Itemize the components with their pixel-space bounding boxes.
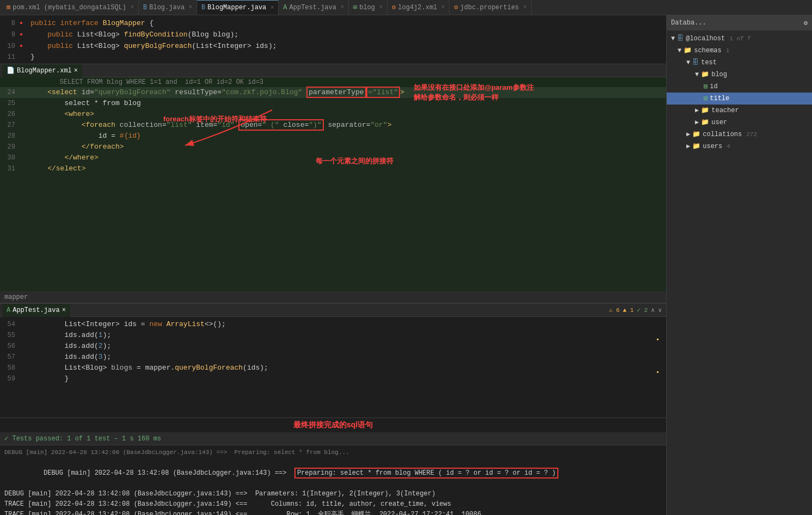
xml-file-tab[interactable]: 📄 BlogMapper.xml × [2, 64, 82, 77]
tab-jdbc[interactable]: ⚙ jdbc.properties × [450, 0, 531, 15]
breadcrumb-text: mapper [4, 293, 28, 301]
java-line-58: 58 List<Blog> blogs = mapper.queryBolgFo… [0, 363, 666, 373]
blog-db-icon: ⊞ [353, 3, 357, 11]
tree-item-users[interactable]: ▶ 📁 users 4 [667, 140, 812, 152]
truncated-line: SELECT FROM blog WHERE 1=1 and id=1 OR i… [0, 77, 666, 87]
tab-jdbc-close[interactable]: × [524, 4, 527, 10]
warning-badge2: ▲ 1 [623, 307, 634, 314]
warning-badge: ⚠ 6 [609, 306, 620, 314]
collapse-icon-test: ▼ [686, 58, 690, 68]
console-content: DEBUG [main] 2022-04-28 13:42:08 (BaseJd… [0, 445, 666, 515]
console-line-2: DEBUG [main] 2022-04-28 13:42:08 (BaseJd… [4, 489, 662, 499]
tree-item-blog[interactable]: ▼ 📁 blog [667, 69, 812, 81]
tab-pom-label: pom.xml (mybatis_dongatalSQL) [13, 4, 126, 11]
tab-blog-db-close[interactable]: × [379, 4, 383, 10]
code-line-30: 30 </where> [0, 152, 666, 163]
collapse-icon-blog: ▼ [695, 70, 699, 79]
collapse-icon-collations: ▶ [686, 130, 690, 139]
tab-blogmapper-java[interactable]: B BlogMapper.java × [197, 0, 279, 15]
tree-item-blog-id[interactable]: ▤ id [667, 81, 812, 93]
tab-apptest-java-label: AppTest.java [290, 4, 336, 11]
blog-label: blog [711, 70, 727, 79]
collapse-icon: ▼ [671, 34, 675, 44]
tab-apptest-java[interactable]: A AppTest.java × [279, 0, 349, 15]
test-icon: 🗄 [692, 58, 699, 68]
java-file-tab[interactable]: A AppTest.java × [2, 304, 70, 317]
title-icon: ▤ [704, 94, 708, 103]
tab-blog-db[interactable]: ⊞ blog × [349, 0, 387, 15]
db-icon: 🗄 [677, 34, 684, 44]
tree-item-test[interactable]: ▼ 🗄 test [667, 57, 812, 69]
right-panel-header: Databa... ⚙ [667, 15, 812, 30]
user-label: user [711, 118, 727, 127]
java-tab-bar: A AppTest.java × ⚠ 6 ▲ 1 ✓ 2 ∧ ∨ [0, 304, 666, 317]
java-line-57: 57 ids.add(3); [0, 352, 666, 363]
tree-item-blog-title[interactable]: ▤ title [667, 93, 812, 105]
jdbc-icon: ⚙ [454, 3, 458, 11]
ok-badge: ✓ 2 [637, 306, 648, 314]
right-panel: Databa... ⚙ ▼ 🗄 @localhost 1 of f ▼ 📁 sc… [666, 15, 812, 515]
java-file-tab-label: AppTest.java [13, 306, 59, 314]
console-header: ✓ Tests passed: 1 of 1 test – 1 s 160 ms [0, 432, 666, 445]
java-section: A AppTest.java × ⚠ 6 ▲ 1 ✓ 2 ∧ ∨ 54 [0, 304, 666, 418]
collapse-icon-schemas: ▼ [678, 46, 681, 56]
console-line-scroll: DEBUG [main] 2022-04-28 13:42:08 (BaseJd… [4, 447, 662, 458]
tree-item-schemas[interactable]: ▼ 📁 schemas 1 [667, 45, 812, 57]
scroll-indicator [657, 339, 659, 340]
tab-bar: m pom.xml (mybatis_dongatalSQL) × B Blog… [0, 0, 812, 15]
code-line-31: 31 </select> [0, 163, 666, 174]
java-line-56: 56 ids.add(2); [0, 341, 666, 352]
tab-apptest-java-close[interactable]: × [341, 4, 344, 10]
xml-file-tab-bar: 📄 BlogMapper.xml × [0, 64, 666, 77]
code-line-29: 29 </foreach> [0, 142, 666, 152]
xml-code-area: SELECT FROM blog WHERE 1=1 and id=1 OR i… [0, 77, 666, 291]
tab-blogmapper-java-close[interactable]: × [270, 5, 274, 11]
java-file-tab-close[interactable]: × [62, 306, 66, 314]
tab-pom[interactable]: m pom.xml (mybatis_dongatalSQL) × [2, 0, 139, 15]
localhost-label: @localhost [686, 34, 725, 44]
xml-file-tab-close[interactable]: × [74, 67, 78, 75]
code-line-27: 27 <foreach collection="list" item="id" … [0, 120, 666, 131]
tab-blog-java[interactable]: B Blog.java × [139, 0, 197, 15]
tree-item-localhost[interactable]: ▼ 🗄 @localhost 1 of f [667, 33, 812, 45]
tab-blogmapper-java-label: BlogMapper.java [207, 4, 266, 11]
collations-icon: 📁 [692, 130, 700, 139]
code-line-9: 9 ● public List<Blog> findByCondition(Bl… [0, 29, 666, 40]
log4j2-icon: ⚙ [392, 3, 396, 11]
main-layout: 8 ● public interface BlogMapper { 9 ● pu… [0, 15, 812, 515]
java-file-icon: A [7, 306, 10, 314]
interface-section: 8 ● public interface BlogMapper { 9 ● pu… [0, 15, 666, 64]
java-code-area: 54 List<Integer> ids = new ArrayList<>()… [0, 317, 666, 418]
sql-highlight: Preparing: select * from blog WHERE ( id… [294, 468, 558, 479]
schemas-label: schemas [694, 46, 721, 56]
tab-log4j2[interactable]: ⚙ log4j2.xml × [387, 0, 450, 15]
db-panel-title: Databa... [671, 19, 706, 27]
teacher-icon: 📁 [701, 106, 709, 115]
test-label: test [701, 58, 717, 68]
tab-blog-java-close[interactable]: × [189, 4, 192, 10]
collations-label: collations [703, 130, 742, 139]
xml-file-icon: 📄 [7, 66, 15, 75]
code-line-11: 11 } [0, 52, 666, 63]
code-line-25: 25 select * from blog [0, 98, 666, 109]
title-label: title [710, 94, 729, 103]
tree-item-user[interactable]: ▶ 📁 user [667, 117, 812, 128]
expand-icon[interactable]: ∧ ∨ [651, 306, 662, 314]
db-tree: ▼ 🗄 @localhost 1 of f ▼ 📁 schemas 1 ▼ 🗄 … [667, 30, 812, 515]
tab-blog-java-label: Blog.java [149, 4, 184, 11]
tree-item-teacher[interactable]: ▶ 📁 teacher [667, 105, 812, 117]
tab-pom-close[interactable]: × [131, 4, 134, 10]
db-panel-icon[interactable]: ⚙ [804, 19, 808, 27]
tree-item-collations[interactable]: ▶ 📁 collations 272 [667, 128, 812, 140]
users-label: users [703, 142, 722, 151]
console-line-4: TRACE [main] 2022-04-28 13:42:08 (BaseJd… [4, 510, 662, 515]
xml-file-tab-label: BlogMapper.xml [17, 67, 72, 75]
user-icon: 📁 [701, 118, 709, 127]
code-line-8: 8 ● public interface BlogMapper { [0, 17, 666, 29]
interface-code: 8 ● public interface BlogMapper { 9 ● pu… [0, 15, 666, 64]
tab-blog-db-label: blog [359, 4, 375, 11]
tab-log4j2-close[interactable]: × [441, 4, 445, 10]
code-line-26: 26 <where> [0, 109, 666, 120]
id-label: id [710, 82, 717, 91]
xml-section: 📄 BlogMapper.xml × SELECT FROM blog WHER… [0, 64, 666, 304]
